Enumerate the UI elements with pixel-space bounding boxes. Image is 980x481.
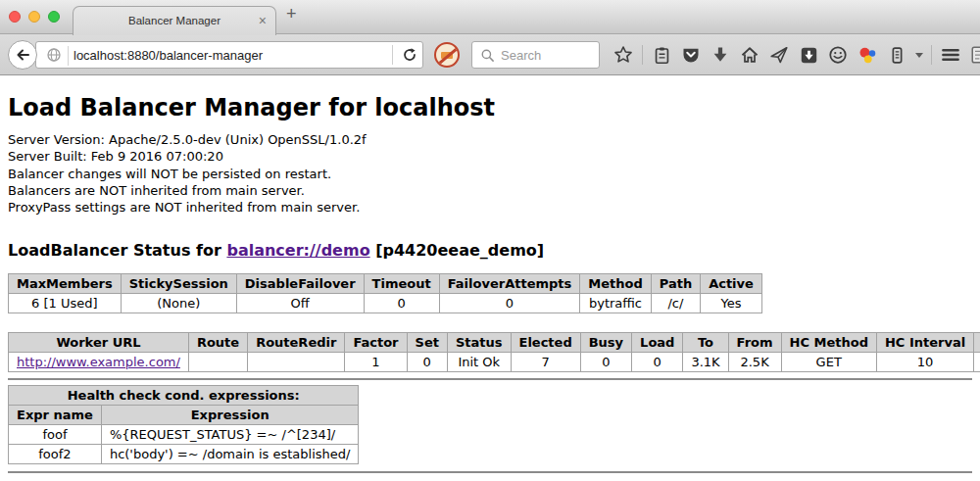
toolbar-divider [931,45,932,65]
search-placeholder: Search [501,48,541,63]
cell-expression: hc('body') =~ /domain is established/ [101,445,359,464]
cell-busy: 0 [580,353,631,372]
col-header: StickySession [121,274,236,294]
page-title: Load Balancer Manager for localhost [8,94,972,121]
col-header: MaxMembers [9,274,122,294]
worker-header-row: Worker URL Route RouteRedir Factor Set S… [9,333,980,353]
status-suffix: [p4420eeae_demo] [370,241,545,260]
health-data-row: foof %{REQUEST_STATUS} =~ /^[234]/ [9,425,359,445]
health-title-row: Health check cond. expressions: [9,386,359,406]
cell-timeout: 0 [364,294,439,313]
overflow-caret-icon[interactable] [915,53,923,58]
balancer-data-row: 6 [1 Used] (None) Off 0 0 bytraffic /c/ … [9,294,762,313]
note-line: ProxyPass settings are NOT inherited fro… [8,199,972,216]
url-text[interactable]: localhost:8880/balancer-manager [74,48,390,63]
back-arrow-icon [15,47,30,63]
col-header: To [683,333,728,353]
browser-tab[interactable]: Balancer Manager × [73,6,276,35]
pocket-icon[interactable] [680,44,702,66]
cell-expr-name: foof2 [9,445,102,464]
server-built-line: Server Built: Feb 9 2016 07:00:20 [8,148,972,165]
cell-hc-interval: 10 [876,353,973,372]
minimize-window-button[interactable] [28,11,40,23]
urlbar-divider [68,46,69,66]
cell-worker-url: http://www.example.com/ [9,353,189,372]
zoom-window-button[interactable] [48,11,60,23]
page-bottom-divider [8,471,972,473]
search-bar[interactable]: Search [471,41,600,69]
col-header: Active [701,274,762,294]
plugin-blocked-button[interactable] [434,42,460,68]
menu-icon[interactable] [940,44,961,66]
health-check-table: Health check cond. expressions: Expr nam… [8,385,359,464]
col-header: HC Method [781,333,876,353]
globe-icon [46,47,62,67]
bookmark-star-icon[interactable] [612,44,634,66]
cell-disablefailover: Off [236,294,364,313]
server-version-line: Server Version: Apache/2.5.0-dev (Unix) … [8,131,972,148]
col-header: Status [447,333,511,353]
cell-factor: 1 [345,353,407,372]
col-header: Route [188,333,247,353]
status-prefix: LoadBalancer Status for [8,241,226,260]
cell-route [188,353,247,372]
back-button[interactable] [8,40,37,70]
tab-groups-icon[interactable] [969,44,980,66]
col-header: Timeout [364,274,439,294]
reading-list-icon[interactable] [651,44,672,66]
worker-url-link[interactable]: http://www.example.com/ [17,355,180,369]
reload-button[interactable] [397,42,422,68]
close-window-button[interactable] [9,11,21,23]
home-icon[interactable] [739,44,760,66]
send-page-icon[interactable] [768,44,790,66]
section-divider [8,378,972,380]
navigation-toolbar: localhost:8880/balancer-manager Search [0,34,980,75]
server-info: Server Version: Apache/2.5.0-dev (Unix) … [8,131,972,216]
col-header: Worker URL [9,333,189,353]
search-icon [480,48,495,63]
cell-load: 0 [632,353,683,372]
colorful-extension-icon[interactable] [857,44,878,66]
cell-hc-method: GET [781,353,876,372]
col-header: Elected [511,333,580,353]
col-header: HC Interval [876,333,973,353]
cell-failoverattempts: 0 [439,294,580,313]
tab-close-icon[interactable]: × [259,7,267,34]
worker-table: Worker URL Route RouteRedir Factor Set S… [8,332,980,372]
tab-title: Balancer Manager [74,7,275,35]
col-header: Passes [974,333,980,353]
cell-maxmembers: 6 [1 Used] [9,294,122,313]
downloads-icon[interactable] [710,44,731,66]
balancer-link[interactable]: balancer://demo [226,241,369,260]
col-header: Method [580,274,651,294]
clipper-extension-icon[interactable] [886,44,907,66]
col-header: FailoverAttempts [439,274,580,294]
cell-passes: 1 (0) [974,353,980,372]
col-header: Load [632,333,683,353]
toolbar-icons [612,34,980,75]
health-data-row: foof2 hc('body') =~ /domain is establish… [9,445,359,464]
video-download-icon[interactable] [798,44,819,66]
cell-routeredir [248,353,345,372]
cell-set: 0 [407,353,447,372]
col-header: Expr name [9,406,102,425]
col-header: Expression [101,406,359,425]
cell-active: Yes [701,294,762,313]
note-line: Balancers are NOT inherited from main se… [8,182,972,199]
url-bar[interactable]: localhost:8880/balancer-manager [35,41,423,69]
col-header: Busy [580,333,631,353]
urlbar-divider [392,45,393,65]
cell-path: /c/ [651,294,700,313]
new-tab-button[interactable]: + [286,4,297,24]
page-content: Load Balancer Manager for localhost Serv… [0,94,980,473]
col-header: From [728,333,781,353]
col-header: RouteRedir [248,333,345,353]
cell-elected: 7 [511,353,580,372]
emoji-extension-icon[interactable] [827,44,849,66]
health-header-row: Expr name Expression [9,406,359,425]
health-table-title: Health check cond. expressions: [9,386,359,406]
reload-icon [402,47,417,63]
col-header: DisableFailover [236,274,364,294]
plugin-blocked-icon [434,42,460,68]
cell-expression: %{REQUEST_STATUS} =~ /^[234]/ [101,425,359,445]
